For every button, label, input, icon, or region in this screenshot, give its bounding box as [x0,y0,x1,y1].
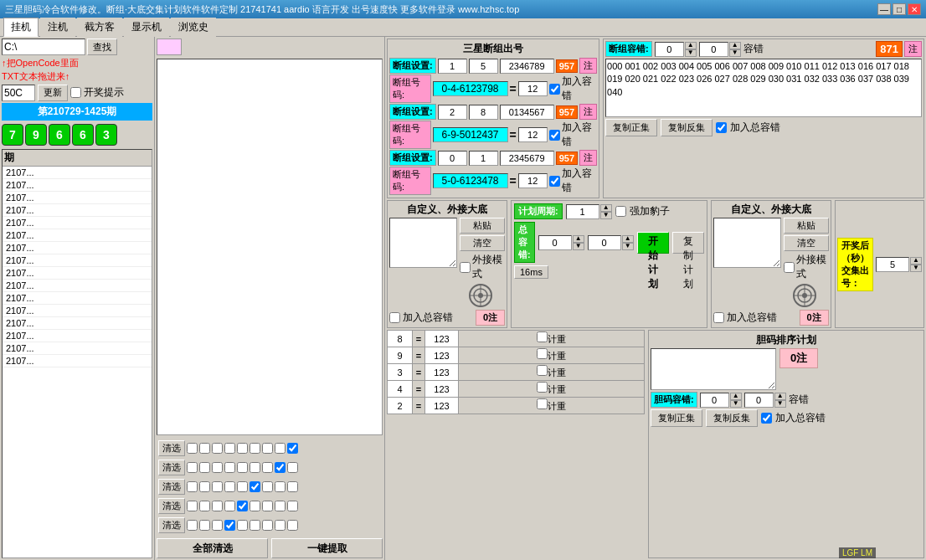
list-item[interactable]: 2107... [3,242,152,254]
group-val1-1[interactable] [438,59,467,74]
cb-r3-4[interactable] [224,481,235,492]
main-textarea[interactable] [157,59,382,434]
list-item[interactable]: 2107... [3,342,152,355]
cb-r3-6[interactable] [250,481,260,492]
minimize-button[interactable]: — [877,3,891,15]
paste-btn-2[interactable]: 粘贴 [784,218,829,234]
check-jizhong-1[interactable] [537,331,548,342]
cb-r3-9[interactable] [287,481,298,492]
btn-note-2[interactable]: 注 [579,104,597,120]
add-err-cb-3[interactable] [549,176,560,187]
cb-r3-5[interactable] [237,481,248,492]
list-item[interactable]: 2107... [3,204,152,217]
cb-r1-9[interactable] [287,443,298,454]
clear-btn-5[interactable]: 清选 [158,517,185,533]
cb-r5-4[interactable] [224,520,235,531]
cb-r3-1[interactable] [187,481,198,492]
group-num-val-3[interactable] [433,173,508,188]
clear-all-button[interactable]: 全部清选 [157,538,268,558]
cb-r2-1[interactable] [187,462,198,473]
list-item[interactable]: 2107... [3,179,152,192]
cb-r3-3[interactable] [212,481,223,492]
external-mode-cb-2[interactable] [784,262,795,273]
danma-down-1[interactable]: ▼ [730,400,742,408]
tab-jiefangke[interactable]: 截方客 [77,18,122,37]
cb-r1-3[interactable] [212,443,223,454]
rongcuo-val2[interactable] [699,42,728,57]
force-leopard-cb[interactable] [615,206,626,217]
danma-down-2[interactable]: ▼ [774,400,786,408]
group-eq-val-3[interactable] [518,173,548,188]
copy-reverse-btn[interactable]: 复制反集 [661,119,713,136]
maximize-button[interactable]: □ [893,3,906,15]
add-err-cb-1[interactable] [549,84,560,95]
list-item[interactable]: 2107... [3,317,152,330]
list-item[interactable]: 2107... [3,292,152,305]
add-err-cb-2[interactable] [549,130,560,141]
cb-r1-8[interactable] [275,443,286,454]
group-code-2[interactable] [500,105,554,120]
copy-plan-button[interactable]: 复制计划 [672,232,704,254]
cb-r2-6[interactable] [250,462,260,473]
btn-957-1[interactable]: 957 [556,59,578,73]
clear-btn-base-2[interactable]: 清空 [784,235,829,251]
cb-r4-5[interactable] [237,501,248,511]
query-button[interactable]: 查找 [87,39,117,55]
check-jizhong-3[interactable] [537,365,548,376]
history-list[interactable]: 期 2107... 2107... 2107... 2107... 2107..… [2,149,152,558]
group-val2-2[interactable] [469,105,498,120]
cb-r1-7[interactable] [262,443,273,454]
note-btn-base-1[interactable]: 0注 [476,310,505,326]
btn-note-right[interactable]: 注 [904,41,922,57]
clear-btn-3[interactable]: 清选 [158,479,185,495]
tab-guiji[interactable]: 挂机 [3,18,39,37]
add-total-cb-1[interactable] [389,312,400,323]
cb-r4-3[interactable] [212,501,223,511]
group-val2-3[interactable] [469,151,498,166]
cb-r5-3[interactable] [212,520,223,531]
cb-r5-7[interactable] [262,520,273,531]
total-err-val1[interactable] [538,235,572,250]
cb-r4-8[interactable] [275,501,286,511]
group-eq-val-2[interactable] [518,127,548,142]
cb-r5-9[interactable] [287,520,298,531]
check-jizhong-4[interactable] [537,382,548,393]
paste-btn-1[interactable]: 粘贴 [460,218,505,234]
list-item[interactable]: 2107... [3,280,152,292]
list-item[interactable]: 2107... [3,355,152,367]
path-input[interactable]: C:\ [2,39,85,55]
total-err-down-1[interactable]: ▼ [573,243,584,250]
danma-copy-reverse[interactable]: 复制反集 [706,409,758,427]
cb-r5-2[interactable] [199,520,210,531]
external-mode-cb-1[interactable] [460,262,471,273]
danma-val1[interactable] [700,393,729,408]
one-click-button[interactable]: 一键提取 [271,538,383,558]
cb-r2-4[interactable] [224,462,235,473]
note-btn-base-2[interactable]: 0注 [800,310,829,326]
cb-r4-6[interactable] [250,501,260,511]
cb-r2-2[interactable] [199,462,210,473]
timing-button[interactable]: 16ms [514,265,548,279]
check-jizhong-5[interactable] [537,398,548,409]
rongcuo-val1[interactable] [655,42,684,57]
start-plan-button[interactable]: 开始计划 [637,232,669,254]
num-input[interactable]: 50C [2,85,35,101]
cb-r4-1[interactable] [187,501,198,511]
copy-forward-btn[interactable]: 复制正集 [605,119,657,136]
plan-period-val[interactable] [566,204,599,219]
clear-btn-2[interactable]: 清选 [158,460,185,475]
cb-r4-7[interactable] [262,501,273,511]
cb-r4-2[interactable] [199,501,210,511]
list-item[interactable]: 2107... [3,267,152,280]
total-err-down-2[interactable]: ▼ [622,243,634,250]
list-item[interactable]: 2107... [3,167,152,179]
btn-957-3[interactable]: 957 [556,152,578,165]
btn-957-2[interactable]: 957 [556,105,578,119]
group-num-val-2[interactable] [433,127,508,142]
custom-base-1-textarea[interactable] [389,218,457,268]
danma-note-btn[interactable]: 0注 [779,348,818,368]
cb-r3-8[interactable] [275,481,286,492]
cb-r5-8[interactable] [275,520,286,531]
spinner-down-2[interactable]: ▼ [729,49,741,57]
tab-zhiji[interactable]: 注机 [40,18,75,37]
